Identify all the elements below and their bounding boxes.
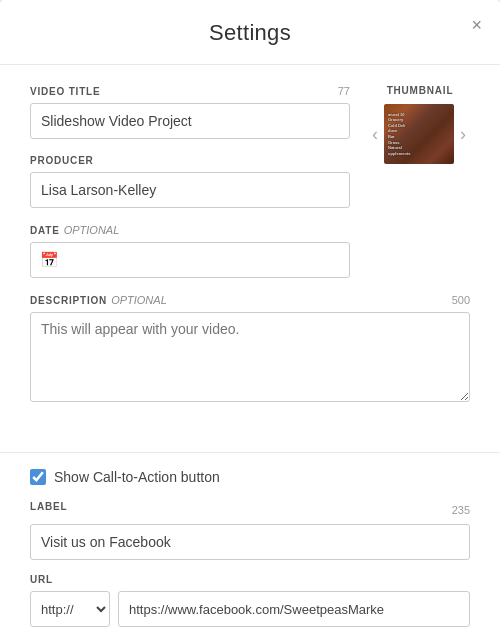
modal-header: Settings × bbox=[0, 0, 500, 65]
section-divider bbox=[0, 452, 500, 453]
left-fields: VIDEO TITLE 77 PRODUCER DATE O bbox=[30, 85, 350, 294]
url-row: http:// https:// bbox=[30, 591, 470, 627]
url-protocol-select[interactable]: http:// https:// bbox=[30, 591, 110, 627]
cta-checkbox-label[interactable]: Show Call-to-Action button bbox=[54, 469, 220, 485]
modal-title: Settings bbox=[209, 20, 291, 45]
label-char-count: 235 bbox=[452, 504, 470, 516]
label-group: LABEL 235 bbox=[30, 501, 470, 560]
cta-checkbox-row: Show Call-to-Action button bbox=[30, 469, 470, 485]
producer-group: PRODUCER bbox=[30, 155, 350, 208]
top-section: VIDEO TITLE 77 PRODUCER DATE O bbox=[30, 85, 470, 294]
video-title-label: VIDEO TITLE 77 bbox=[30, 85, 350, 97]
description-group: DESCRIPTION OPTIONAL 500 bbox=[30, 294, 470, 406]
thumbnail-overlay: atural 10 Grocery Cold Deli duce Bar Gro… bbox=[384, 104, 454, 164]
modal-body: VIDEO TITLE 77 PRODUCER DATE O bbox=[0, 65, 500, 442]
date-group: DATE OPTIONAL 📅 bbox=[30, 224, 350, 278]
cta-checkbox[interactable] bbox=[30, 469, 46, 485]
video-title-input[interactable] bbox=[30, 103, 350, 139]
close-button[interactable]: × bbox=[467, 14, 486, 36]
producer-label: PRODUCER bbox=[30, 155, 350, 166]
producer-input[interactable] bbox=[30, 172, 350, 208]
label-field-label: LABEL bbox=[30, 501, 67, 512]
url-input[interactable] bbox=[118, 591, 470, 627]
video-title-char-count: 77 bbox=[338, 85, 350, 97]
description-input[interactable] bbox=[30, 312, 470, 402]
video-title-group: VIDEO TITLE 77 bbox=[30, 85, 350, 139]
date-input[interactable] bbox=[30, 242, 350, 278]
date-input-wrapper: 📅 bbox=[30, 242, 350, 278]
label-input[interactable] bbox=[30, 524, 470, 560]
thumbnail-label: THUMBNAIL bbox=[370, 85, 470, 96]
description-optional-label: OPTIONAL bbox=[111, 294, 167, 306]
date-optional-label: OPTIONAL bbox=[64, 224, 120, 236]
thumbnail-section: THUMBNAIL ‹ atural 10 Grocery Cold Deli … bbox=[370, 85, 470, 164]
thumbnail-image: atural 10 Grocery Cold Deli duce Bar Gro… bbox=[384, 104, 454, 164]
thumbnail-prev-button[interactable]: ‹ bbox=[370, 123, 380, 145]
thumbnail-nav: ‹ atural 10 Grocery Cold Deli duce Bar G… bbox=[370, 104, 470, 164]
url-group: URL http:// https:// bbox=[30, 574, 470, 627]
description-char-count: 500 bbox=[452, 294, 470, 306]
description-label: DESCRIPTION OPTIONAL 500 bbox=[30, 294, 470, 306]
thumbnail-next-button[interactable]: › bbox=[458, 123, 468, 145]
bottom-section: Show Call-to-Action button LABEL 235 URL… bbox=[0, 469, 500, 637]
settings-modal: Settings × VIDEO TITLE 77 PRODUCER bbox=[0, 0, 500, 637]
url-label: URL bbox=[30, 574, 470, 585]
date-label: DATE OPTIONAL bbox=[30, 224, 350, 236]
